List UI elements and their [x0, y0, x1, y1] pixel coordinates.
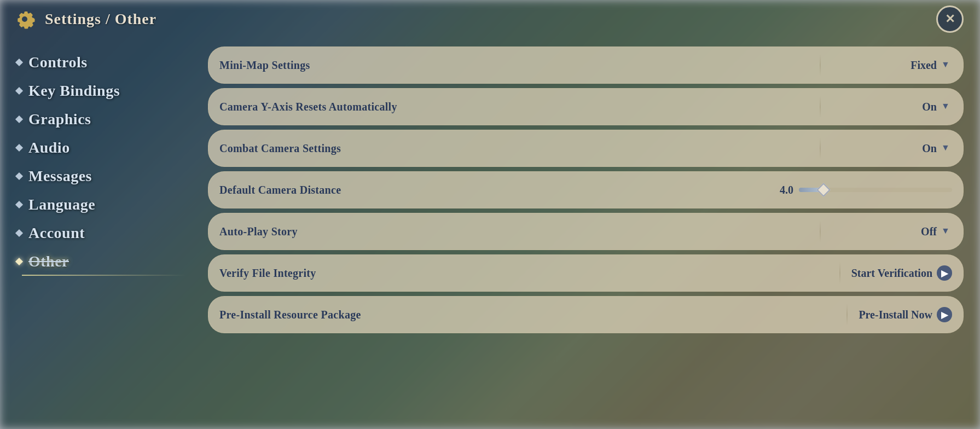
sidebar-label-other: Other: [28, 253, 69, 270]
mini-map-label: Mini-Map Settings: [219, 59, 809, 72]
sidebar-label-audio: Audio: [28, 139, 70, 156]
mini-map-value-container: Fixed ▼: [832, 59, 952, 72]
camera-distance-track[interactable]: [799, 188, 952, 192]
slider-thumb[interactable]: [817, 183, 831, 196]
setting-row-camera-y: Camera Y-Axis Resets Automatically On ▼: [208, 88, 964, 125]
combat-camera-value: On: [922, 142, 937, 155]
verify-action-container: Start Verification ▶: [851, 265, 952, 281]
setting-row-combat-camera: Combat Camera Settings On ▼: [208, 130, 964, 167]
content-area: Controls Key Bindings Graphics Audio Mes…: [0, 38, 980, 429]
pre-install-action-text: Pre-Install Now: [859, 309, 932, 321]
nav-diamond-messages: [15, 172, 23, 180]
nav-diamond-account: [15, 229, 23, 237]
header-left: Settings / Other: [11, 5, 156, 33]
header: Settings / Other ✕: [0, 0, 980, 38]
sidebar: Controls Key Bindings Graphics Audio Mes…: [11, 44, 186, 418]
camera-y-label: Camera Y-Axis Resets Automatically: [219, 101, 809, 113]
combat-camera-value-container: On ▼: [832, 142, 952, 155]
sidebar-item-audio[interactable]: Audio: [11, 135, 186, 161]
settings-window: Settings / Other ✕ Controls Key Bindings…: [0, 0, 980, 429]
camera-distance-slider-container: 4.0: [586, 184, 953, 196]
nav-diamond-language: [15, 201, 23, 208]
mini-map-value: Fixed: [911, 59, 937, 72]
setting-row-auto-play: Auto-Play Story Off ▼: [208, 213, 964, 250]
close-button[interactable]: ✕: [936, 5, 964, 33]
auto-play-value-container: Off ▼: [832, 225, 952, 238]
sidebar-label-language: Language: [28, 196, 95, 213]
combat-camera-label: Combat Camera Settings: [219, 142, 809, 155]
verify-label: Verify File Integrity: [219, 267, 828, 280]
nav-diamond-other: [15, 258, 23, 265]
pre-install-label: Pre-Install Resource Package: [219, 309, 836, 321]
nav-diamond-graphics: [15, 115, 23, 123]
sidebar-label-messages: Messages: [28, 167, 92, 185]
divider: [820, 221, 821, 242]
sidebar-item-controls[interactable]: Controls: [11, 49, 186, 76]
verify-action-text: Start Verification: [851, 267, 932, 280]
sidebar-label-key-bindings: Key Bindings: [28, 82, 120, 100]
auto-play-value: Off: [921, 225, 937, 238]
setting-row-camera-distance: Default Camera Distance 4.0: [208, 171, 964, 208]
divider: [846, 304, 848, 326]
verify-action-button[interactable]: ▶: [937, 265, 952, 281]
camera-y-value-container: On ▼: [832, 101, 952, 113]
header-title: Settings / Other: [45, 10, 156, 28]
camera-y-value: On: [922, 101, 937, 113]
divider: [820, 137, 821, 159]
sidebar-item-graphics[interactable]: Graphics: [11, 106, 186, 132]
sidebar-label-graphics: Graphics: [28, 111, 91, 128]
setting-row-pre-install: Pre-Install Resource Package Pre-Install…: [208, 296, 964, 333]
dropdown-arrow-camera-y[interactable]: ▼: [941, 101, 952, 112]
dropdown-arrow-combat-camera[interactable]: ▼: [941, 143, 952, 154]
camera-distance-label: Default Camera Distance: [219, 184, 586, 196]
dropdown-arrow-mini-map[interactable]: ▼: [941, 60, 952, 71]
sidebar-item-language[interactable]: Language: [11, 192, 186, 218]
divider: [820, 54, 821, 76]
sidebar-item-account[interactable]: Account: [11, 220, 186, 246]
nav-diamond-key-bindings: [15, 87, 23, 95]
sidebar-label-controls: Controls: [28, 54, 88, 71]
setting-row-mini-map: Mini-Map Settings Fixed ▼: [208, 47, 964, 84]
sidebar-item-messages[interactable]: Messages: [11, 163, 186, 189]
pre-install-action-container: Pre-Install Now ▶: [859, 307, 952, 322]
auto-play-label: Auto-Play Story: [219, 225, 809, 238]
sidebar-label-account: Account: [28, 224, 85, 242]
gear-icon: [11, 5, 38, 33]
divider: [820, 96, 821, 118]
dropdown-arrow-auto-play[interactable]: ▼: [941, 226, 952, 237]
settings-panel: Mini-Map Settings Fixed ▼ Camera Y-Axis …: [208, 44, 964, 418]
pre-install-action-button[interactable]: ▶: [937, 307, 952, 322]
setting-row-verify: Verify File Integrity Start Verification…: [208, 254, 964, 292]
camera-distance-value: 4.0: [772, 184, 793, 196]
divider: [839, 262, 840, 284]
sidebar-item-key-bindings[interactable]: Key Bindings: [11, 78, 186, 104]
nav-diamond-controls: [15, 59, 23, 66]
sidebar-item-other[interactable]: Other: [11, 248, 186, 275]
nav-diamond-audio: [15, 144, 23, 152]
